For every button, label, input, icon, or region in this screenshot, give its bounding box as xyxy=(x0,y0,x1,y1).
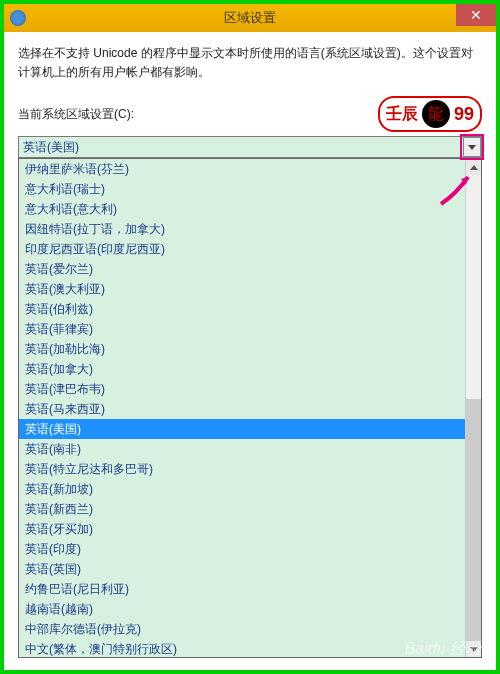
list-item[interactable]: 英语(爱尔兰) xyxy=(19,259,465,279)
list-item[interactable]: 中文(繁体，澳门特别行政区) xyxy=(19,639,465,657)
list-item[interactable]: 印度尼西亚语(印度尼西亚) xyxy=(19,239,465,259)
scroll-down-button[interactable] xyxy=(466,641,481,657)
description-text: 选择在不支持 Unicode 的程序中显示文本时所使用的语言(系统区域设置)。这… xyxy=(18,44,482,82)
list-item[interactable]: 因纽特语(拉丁语，加拿大) xyxy=(19,219,465,239)
badge-number: 99 xyxy=(454,104,474,125)
combobox-value: 英语(美国) xyxy=(23,139,79,156)
list-item[interactable]: 中部库尔德语(伊拉克) xyxy=(19,619,465,639)
list-item[interactable]: 英语(加勒比海) xyxy=(19,339,465,359)
list-item[interactable]: 英语(菲律宾) xyxy=(19,319,465,339)
list-item[interactable]: 英语(加拿大) xyxy=(19,359,465,379)
list-item[interactable]: 意大利语(意大利) xyxy=(19,199,465,219)
list-item[interactable]: 伊纳里萨米语(芬兰) xyxy=(19,159,465,179)
badge-left: 壬辰 xyxy=(386,104,418,125)
list-item[interactable]: 英语(新西兰) xyxy=(19,499,465,519)
dragon-icon: 龍 xyxy=(428,104,444,125)
list-item[interactable]: 英语(新加坡) xyxy=(19,479,465,499)
list-item[interactable]: 英语(美国) xyxy=(19,419,465,439)
scrollbar[interactable] xyxy=(465,159,481,657)
locale-label: 当前系统区域设置(C): xyxy=(18,106,134,123)
list-item[interactable]: 英语(特立尼达和多巴哥) xyxy=(19,459,465,479)
globe-icon xyxy=(10,10,26,26)
list-item[interactable]: 英语(澳大利亚) xyxy=(19,279,465,299)
chevron-up-icon xyxy=(470,165,478,170)
scroll-up-button[interactable] xyxy=(466,159,481,175)
scroll-track[interactable] xyxy=(466,175,481,641)
chevron-down-icon xyxy=(470,647,478,652)
list-item[interactable]: 英语(牙买加) xyxy=(19,519,465,539)
list-item[interactable]: 英语(伯利兹) xyxy=(19,299,465,319)
badge-circle: 龍 xyxy=(422,100,450,128)
list-item[interactable]: 约鲁巴语(尼日利亚) xyxy=(19,579,465,599)
dropdown-list: 伊纳里萨米语(芬兰)意大利语(瑞士)意大利语(意大利)因纽特语(拉丁语，加拿大)… xyxy=(18,158,482,658)
scroll-thumb[interactable] xyxy=(466,399,481,641)
list-item[interactable]: 英语(英国) xyxy=(19,559,465,579)
chevron-down-icon xyxy=(468,145,476,150)
locale-combobox[interactable]: 英语(美国) xyxy=(18,136,482,158)
watermark-badge: 壬辰 龍 99 xyxy=(378,96,482,132)
list-item[interactable]: 越南语(越南) xyxy=(19,599,465,619)
list-item[interactable]: 意大利语(瑞士) xyxy=(19,179,465,199)
list-item[interactable]: 英语(马来西亚) xyxy=(19,399,465,419)
dropdown-button[interactable] xyxy=(463,137,481,157)
list-item[interactable]: 英语(印度) xyxy=(19,539,465,559)
close-button[interactable]: ✕ xyxy=(456,4,496,26)
window-title: 区域设置 xyxy=(224,9,276,27)
list-item[interactable]: 英语(南非) xyxy=(19,439,465,459)
titlebar: 区域设置 ✕ xyxy=(4,4,496,32)
list-item[interactable]: 英语(津巴布韦) xyxy=(19,379,465,399)
